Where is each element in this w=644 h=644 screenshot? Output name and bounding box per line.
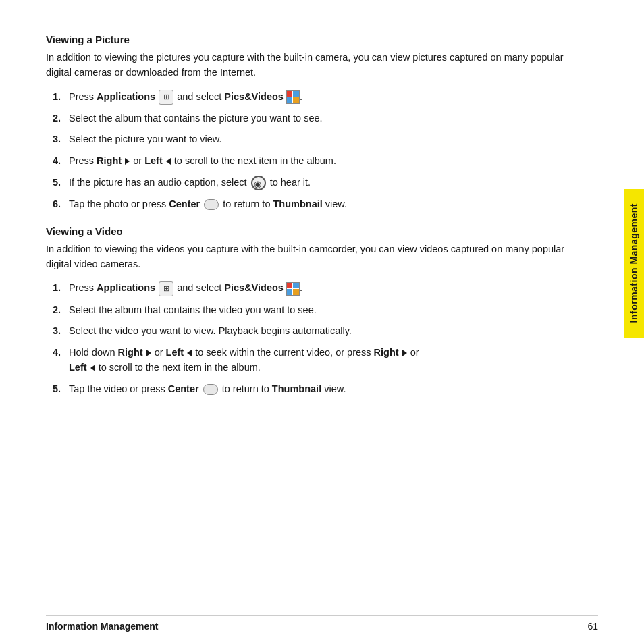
vstep-content-3: Select the video you want to view. Playb… bbox=[69, 324, 576, 339]
arrow-right-icon-3 bbox=[402, 350, 407, 356]
footer-section-label: Information Management bbox=[46, 621, 158, 632]
bold-applications-2: Applications bbox=[97, 282, 155, 293]
step-content-6: Tap the photo or press Center to return … bbox=[69, 197, 576, 212]
picture-step-5: 5. If the picture has an audio caption, … bbox=[53, 176, 576, 190]
bold-right-1: Right bbox=[97, 155, 122, 166]
picsvids-icon-1 bbox=[286, 91, 300, 102]
vstep-num-3: 3. bbox=[53, 324, 69, 339]
main-content: Viewing a Picture In addition to viewing… bbox=[46, 34, 576, 603]
viewing-video-section: Viewing a Video In addition to viewing t… bbox=[46, 225, 576, 396]
vstep-num-5: 5. bbox=[53, 382, 69, 397]
footer-page-number: 61 bbox=[587, 621, 598, 632]
picsvids-icon-2 bbox=[286, 282, 300, 293]
vstep-num-2: 2. bbox=[53, 303, 69, 318]
vstep-content-4: Hold down Right or Left to seek within t… bbox=[69, 346, 576, 375]
bold-left-2: Left bbox=[166, 347, 184, 358]
center-button-icon-1 bbox=[204, 199, 219, 210]
applications-icon-1: ⊞ bbox=[159, 90, 173, 105]
picture-step-6: 6. Tap the photo or press Center to retu… bbox=[53, 197, 576, 212]
bold-right-3: Right bbox=[374, 347, 399, 358]
step-num-3: 3. bbox=[53, 132, 69, 147]
video-step-2: 2. Select the album that contains the vi… bbox=[53, 303, 576, 318]
video-steps-list: 1. Press Applications ⊞ and select Pics&… bbox=[53, 281, 576, 396]
video-step-5: 5. Tap the video or press Center to retu… bbox=[53, 382, 576, 397]
step-num-4: 4. bbox=[53, 154, 69, 169]
sidebar-tab-label: Information Management bbox=[628, 203, 639, 323]
arrow-right-icon-1 bbox=[125, 158, 130, 165]
center-button-icon-2 bbox=[203, 384, 218, 395]
step-content-1: Press Applications ⊞ and select Pics&Vid… bbox=[69, 90, 576, 105]
bold-right-2: Right bbox=[118, 347, 143, 358]
bold-center-1: Center bbox=[169, 198, 200, 209]
vstep-content-1: Press Applications ⊞ and select Pics&Vid… bbox=[69, 281, 576, 296]
bold-left-1: Left bbox=[144, 155, 163, 166]
vstep-content-5: Tap the video or press Center to return … bbox=[69, 382, 576, 397]
video-step-1: 1. Press Applications ⊞ and select Pics&… bbox=[53, 281, 576, 296]
arrow-left-icon-3 bbox=[90, 365, 95, 371]
bold-picsvids-2: Pics&Videos bbox=[224, 282, 284, 293]
bold-thumbnail-1: Thumbnail bbox=[273, 198, 322, 209]
viewing-picture-intro: In addition to viewing the pictures you … bbox=[46, 51, 576, 80]
video-step-3: 3. Select the video you want to view. Pl… bbox=[53, 324, 576, 339]
step-num-1: 1. bbox=[53, 90, 69, 105]
viewing-picture-section: Viewing a Picture In addition to viewing… bbox=[46, 34, 576, 212]
step-content-4: Press Right or Left to scroll to the nex… bbox=[69, 154, 576, 169]
vstep-num-4: 4. bbox=[53, 346, 69, 360]
bold-picsvids-1: Pics&Videos bbox=[224, 91, 284, 102]
step-content-3: Select the picture you want to view. bbox=[69, 132, 576, 147]
arrow-right-icon-2 bbox=[146, 350, 151, 356]
step-content-2: Select the album that contains the pictu… bbox=[69, 111, 576, 126]
arrow-left-icon-2 bbox=[187, 350, 192, 356]
viewing-video-title: Viewing a Video bbox=[46, 225, 576, 237]
footer: Information Management 61 bbox=[46, 615, 598, 632]
bold-left-3: Left bbox=[69, 362, 87, 373]
step-content-5: If the picture has an audio caption, sel… bbox=[69, 176, 576, 190]
picture-step-2: 2. Select the album that contains the pi… bbox=[53, 111, 576, 126]
step-num-6: 6. bbox=[53, 197, 69, 212]
bold-thumbnail-2: Thumbnail bbox=[272, 383, 321, 394]
step-num-5: 5. bbox=[53, 176, 69, 190]
vstep-content-2: Select the album that contains the video… bbox=[69, 303, 576, 318]
picture-step-4: 4. Press Right or Left to scroll to the … bbox=[53, 154, 576, 169]
sidebar-tab: Information Management bbox=[624, 189, 644, 338]
audio-icon bbox=[251, 176, 266, 190]
picture-steps-list: 1. Press Applications ⊞ and select Pics&… bbox=[53, 90, 576, 212]
step-num-2: 2. bbox=[53, 111, 69, 126]
viewing-picture-title: Viewing a Picture bbox=[46, 34, 576, 45]
video-step-4: 4. Hold down Right or Left to seek withi… bbox=[53, 346, 576, 375]
picture-step-1: 1. Press Applications ⊞ and select Pics&… bbox=[53, 90, 576, 105]
picture-step-3: 3. Select the picture you want to view. bbox=[53, 132, 576, 147]
bold-center-2: Center bbox=[168, 383, 199, 394]
arrow-left-icon-1 bbox=[166, 158, 171, 165]
applications-icon-2: ⊞ bbox=[159, 281, 173, 296]
vstep-num-1: 1. bbox=[53, 281, 69, 296]
viewing-video-intro: In addition to viewing the videos you ca… bbox=[46, 242, 576, 272]
bold-applications-1: Applications bbox=[97, 91, 155, 102]
